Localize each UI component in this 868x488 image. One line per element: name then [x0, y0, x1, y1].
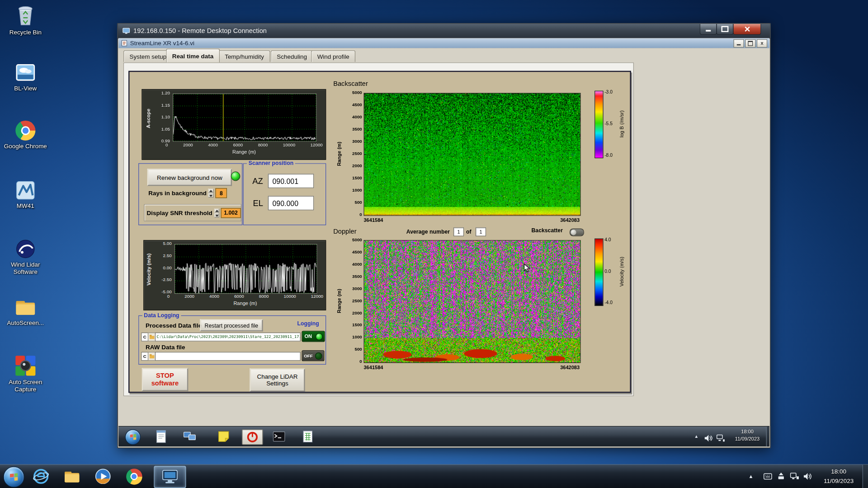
desktop-icon-mw41[interactable]: MW41	[0, 180, 51, 209]
velocity-x-ticks: 020004000600080001000012000	[167, 294, 323, 299]
doppler-colorbar-ticks: 4.00.0-4.0	[604, 237, 613, 305]
a-scope-x-axis-label: Range (m)	[173, 150, 316, 155]
a-scope-y-ticks: 1.201.151.101.050.99	[156, 91, 170, 144]
sticky-note-icon	[218, 431, 229, 442]
tab-wind-profile[interactable]: Wind profile	[311, 50, 355, 62]
desktop-icon-label: AutoScreen...	[7, 319, 44, 326]
az-value-field[interactable]: 090.001	[268, 174, 314, 188]
tray-eject-media[interactable]	[776, 471, 786, 481]
renew-background-button[interactable]: Renew background now	[147, 169, 232, 186]
raw-logging-toggle-off[interactable]: OFF	[302, 350, 324, 361]
minimize-icon	[737, 44, 741, 45]
tab-system-setup[interactable]: System setup	[123, 50, 173, 62]
on-led-icon	[316, 333, 323, 340]
raw-drive-chip[interactable]: C	[141, 352, 148, 361]
tab-page-real-time-data: Backscatter A-scope 1.201.151.101.050.99…	[123, 62, 634, 396]
raw-browse-button[interactable]	[148, 352, 156, 361]
rays-value-field[interactable]: 8	[215, 188, 227, 198]
taskbar-clock[interactable]: 18:00 11/09/2023	[817, 467, 860, 485]
velocity-plot-area[interactable]	[175, 244, 317, 294]
desktop-icon-auto-screen-capture[interactable]: Auto Screen Capture	[0, 355, 51, 392]
taskbar-google-chrome[interactable]	[122, 466, 146, 487]
rdp-close-button[interactable]	[733, 24, 761, 35]
minimize-icon	[706, 30, 711, 32]
remote-taskbar-power-app[interactable]	[242, 429, 263, 445]
el-value-field[interactable]: 090.000	[268, 196, 314, 210]
taskbar: ▲ 18:00	[0, 464, 868, 488]
tab-temp-humidity[interactable]: Temp/humidity	[219, 50, 270, 62]
taskbar-internet-explorer[interactable]	[29, 466, 53, 487]
remote-tray-expand-icon[interactable]: ▲	[694, 434, 699, 439]
command-prompt-icon	[273, 432, 285, 441]
rdp-maximize-button[interactable]	[716, 24, 733, 35]
snr-threshold-control: Display SNR threshold 1.002	[144, 204, 241, 221]
remote-taskbar-notepad[interactable]	[153, 429, 170, 444]
backscatter-plot-area[interactable]	[363, 93, 580, 216]
taskbar-remote-desktop-active[interactable]	[154, 466, 186, 488]
app-restore-button[interactable]	[745, 39, 755, 47]
tab-real-time-data[interactable]: Real time data	[166, 49, 219, 63]
desktop-icon-label: Auto Screen Capture	[9, 379, 42, 392]
desktop-icon-recycle-bin[interactable]: Recycle Bin	[0, 5, 51, 36]
desktop-icon-bl-view[interactable]: BL-View	[0, 62, 51, 91]
processed-browse-button[interactable]	[148, 333, 156, 342]
remote-start-button[interactable]	[125, 429, 141, 445]
app-minimize-button[interactable]	[733, 39, 744, 47]
backscatter-x-tick-start: 3641584	[363, 217, 383, 223]
app-close-button[interactable]: x	[757, 39, 767, 47]
xr-file-icon	[303, 431, 313, 443]
processed-drive-chip[interactable]: C	[141, 333, 148, 342]
snr-spinner[interactable]	[214, 208, 219, 217]
backscatter-toggle-switch[interactable]	[570, 229, 584, 236]
start-button[interactable]	[3, 466, 24, 488]
raw-data-file-label: RAW Data file	[146, 343, 185, 350]
processed-path-field[interactable]: C:\Lidar\Data\Proc\2023\202309\20230911\…	[155, 333, 301, 342]
snr-value-field[interactable]: 1.002	[221, 208, 241, 218]
remote-tray-volume[interactable]	[703, 431, 714, 446]
remote-tray-network[interactable]	[715, 431, 726, 446]
restart-processed-file-button[interactable]: Restart processed file	[200, 319, 263, 332]
taskbar-media-player[interactable]	[91, 466, 115, 487]
tray-volume[interactable]	[803, 471, 813, 481]
rays-spinner[interactable]	[208, 189, 214, 198]
doppler-plot-area[interactable]	[363, 240, 580, 363]
doppler-y-axis-label: Range (m)	[335, 273, 343, 328]
browse-folder-icon	[149, 354, 154, 359]
internet-explorer-icon	[33, 468, 49, 485]
tray-expand-icon[interactable]: ▲	[749, 474, 754, 479]
tab-scheduling[interactable]: Scheduling	[271, 50, 313, 62]
desktop-icon-google-chrome[interactable]: Google Chrome	[0, 121, 51, 150]
remote-taskbar-network-places[interactable]	[182, 429, 198, 444]
change-lidar-settings-button[interactable]: Change LiDAR Settings	[250, 369, 305, 392]
desktop-icon-wind-lidar[interactable]: Wind Lidar Software	[0, 239, 51, 275]
processed-logging-toggle-on[interactable]: ON	[302, 331, 325, 342]
desktop-icon-autoscreen-folder[interactable]: AutoScreen...	[0, 297, 51, 326]
remote-taskbar-sticky-notes[interactable]	[215, 429, 232, 444]
tab-strip: System setup Real time data Temp/humidit…	[118, 48, 769, 63]
show-desktop-button[interactable]	[863, 465, 868, 488]
remote-clock[interactable]: 18:00 11/09/2023	[730, 428, 765, 442]
rdp-minimize-button[interactable]	[700, 24, 717, 35]
desktop-icon-label: Google Chrome	[4, 143, 47, 150]
raw-path-field[interactable]	[155, 352, 301, 361]
input-icon	[764, 472, 773, 481]
remote-taskbar-xr-file[interactable]	[299, 429, 316, 444]
tray-input-indicator[interactable]	[763, 471, 773, 481]
remote-taskbar-command-prompt[interactable]	[271, 429, 288, 444]
doppler-plot-title: Doppler	[333, 227, 356, 235]
average-number-field[interactable]: 1	[453, 227, 464, 236]
tray-network[interactable]	[789, 471, 799, 481]
stop-software-button[interactable]: STOP software	[142, 368, 188, 391]
average-count-field[interactable]: 1	[476, 227, 486, 236]
app-titlebar[interactable]: StreamLine XR v14-6.vi x	[118, 38, 769, 48]
rdp-titlebar[interactable]: 192.168.0.150 - Remote Desktop Connectio…	[118, 24, 770, 39]
remote-taskbar: ▲ 18:00 11/09/2023	[118, 426, 769, 446]
clock-time: 18:00	[817, 467, 860, 476]
processed-data-file-label: Processed Data file	[146, 322, 202, 329]
taskbar-windows-explorer[interactable]	[60, 466, 84, 487]
remote-show-desktop-button[interactable]	[766, 427, 769, 446]
rdp-app-icon	[123, 28, 130, 34]
velocity-graph: Velocity (m/s) 5.002.500.00-2.50-5.00 02…	[143, 240, 326, 310]
a-scope-plot-area[interactable]	[173, 94, 316, 142]
bl-view-icon	[15, 62, 35, 82]
